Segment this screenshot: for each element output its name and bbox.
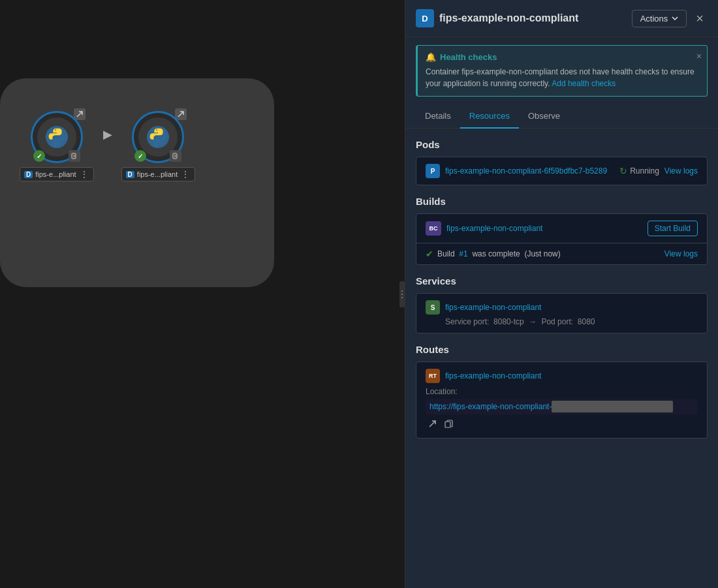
panel-resize-handle[interactable]	[399, 281, 405, 307]
route-url-redacted: ████████████████████	[552, 401, 673, 412]
service-port-value: 8080-tcp	[493, 317, 524, 326]
python-icon-2	[146, 125, 170, 149]
pod-view-logs-link[interactable]: View logs	[664, 166, 698, 176]
node-2-status-green: ✓	[134, 150, 146, 162]
pod-row-1: P fips-example-non-compliant-6f59bdfbc7-…	[416, 157, 707, 185]
node-1-kebab[interactable]: ⋮	[79, 169, 89, 179]
health-alert-close-button[interactable]: ×	[696, 51, 702, 61]
build-view-logs-link[interactable]: View logs	[664, 249, 698, 258]
start-build-button[interactable]: Start Build	[648, 221, 698, 236]
service-name-link[interactable]: fips-example-non-compliant	[445, 303, 541, 312]
python-icon-1	[44, 125, 69, 149]
route-copy-button[interactable]	[442, 418, 456, 431]
builds-card: BC fips-example-non-compliant Start Buil…	[416, 213, 708, 265]
pods-title: Pods	[416, 139, 708, 150]
node-2-kebab[interactable]: ⋮	[180, 169, 191, 179]
external-link-icon	[428, 420, 437, 428]
service-row-1: S fips-example-non-compliant Service por…	[416, 294, 707, 333]
bc-badge: BC	[426, 221, 441, 236]
tab-details[interactable]: Details	[416, 104, 460, 129]
panel-title: fips-example-non-compliant	[439, 12, 578, 24]
tab-observe[interactable]: Observe	[519, 104, 569, 129]
route-url-row: https://fips-example-non-compliant-█████…	[426, 399, 698, 414]
routes-card: RT fips-example-non-compliant Location: …	[416, 362, 708, 439]
pod-port-label: Pod port:	[541, 317, 573, 326]
node-2-label-text: fips-e...pliant	[137, 170, 178, 178]
node-1-label-text: fips-e...pliant	[35, 170, 76, 178]
bc-name-link[interactable]: fips-example-non-compliant	[446, 224, 642, 233]
node-2: ✓ D fips-e...pliant ⋮	[121, 111, 196, 181]
pods-card: P fips-example-non-compliant-6f59bdfbc7-…	[416, 157, 708, 185]
routes-title: Routes	[416, 344, 708, 355]
route-url-link[interactable]: https://fips-example-non-compliant-█████…	[426, 399, 698, 414]
route-name-link[interactable]: fips-example-non-compliant	[445, 371, 541, 380]
route-location-label: Location:	[426, 387, 698, 396]
build-result: was complete	[472, 249, 520, 258]
s-badge: S	[426, 300, 440, 315]
service-ports: Service port: 8080-tcp → Pod port: 8080	[426, 317, 698, 326]
bell-icon: 🔔	[426, 52, 436, 62]
build-status-text: Build #1 was complete (Just now)	[437, 249, 661, 258]
builds-header-row: BC fips-example-non-compliant Start Buil…	[416, 214, 707, 243]
health-alert-body: Container fips-example-non-compliant doe…	[426, 66, 699, 89]
panel-title-group: D fips-example-non-compliant	[416, 9, 578, 27]
node-group: ✓ D fips-e...pliant ⋮ ▶	[20, 111, 195, 181]
health-alert-title-text: Health checks	[440, 52, 497, 62]
topology-canvas: ✓ D fips-e...pliant ⋮ ▶	[0, 0, 405, 588]
close-button[interactable]: ×	[692, 10, 708, 26]
svg-rect-1	[72, 153, 76, 159]
route-external-link-button[interactable]	[426, 418, 439, 431]
pod-name-link[interactable]: fips-example-non-compliant-6f59bdfbc7-b5…	[445, 166, 614, 176]
drag-dot-2	[401, 294, 403, 295]
service-header: S fips-example-non-compliant	[426, 300, 698, 315]
route-url-visible: https://fips-example-non-compliant-	[429, 402, 552, 411]
node-2-external-link[interactable]	[175, 108, 187, 120]
detail-panel: D fips-example-non-compliant Actions × 🔔…	[405, 0, 718, 588]
panel-header-actions: Actions ×	[632, 10, 708, 27]
node-2-label[interactable]: D fips-e...pliant ⋮	[121, 167, 196, 181]
svg-rect-5	[173, 153, 177, 159]
health-checks-alert: 🔔 Health checks Container fips-example-n…	[416, 45, 708, 97]
services-card: S fips-example-non-compliant Service por…	[416, 293, 708, 333]
node-1-label[interactable]: D fips-e...pliant ⋮	[20, 167, 94, 181]
node-1-status-green: ✓	[33, 150, 45, 162]
route-action-buttons	[426, 418, 698, 431]
build-label: Build	[437, 249, 455, 258]
pod-status-text: Running	[630, 166, 659, 176]
routes-section: Routes RT fips-example-non-compliant Loc…	[416, 344, 708, 439]
service-port-label: Service port:	[445, 317, 489, 326]
arrow-right-icon: →	[529, 317, 537, 326]
panel-tabs: Details Resources Observe	[405, 104, 718, 129]
builds-section: Builds BC fips-example-non-compliant Sta…	[416, 196, 708, 265]
arrow-connector: ▶	[103, 127, 112, 142]
node-1-d-badge: D	[24, 171, 33, 178]
build-number-link[interactable]: #1	[459, 249, 467, 258]
services-section: Services S fips-example-non-compliant Se…	[416, 275, 708, 333]
panel-header: D fips-example-non-compliant Actions ×	[405, 0, 718, 37]
copy-icon	[445, 420, 453, 428]
pod-p-badge: P	[426, 164, 440, 178]
rt-badge: RT	[426, 369, 440, 383]
node-1: ✓ D fips-e...pliant ⋮	[20, 111, 94, 181]
pod-status: ↻ Running	[619, 166, 659, 176]
services-title: Services	[416, 275, 708, 286]
pod-port-value: 8080	[578, 317, 595, 326]
build-status-row: ✔ Build #1 was complete (Just now) View …	[416, 243, 707, 264]
svg-rect-8	[445, 422, 450, 427]
node-2-circle-container: ✓	[132, 111, 184, 163]
tab-resources[interactable]: Resources	[460, 104, 519, 129]
topology-background	[0, 78, 274, 287]
pods-section: Pods P fips-example-non-compliant-6f59bd…	[416, 139, 708, 185]
running-icon: ↻	[619, 166, 627, 176]
builds-title: Builds	[416, 196, 708, 207]
drag-dot-1	[401, 290, 403, 292]
drag-dot-3	[401, 297, 403, 298]
build-complete-icon: ✔	[426, 249, 433, 259]
node-1-circle-container: ✓	[31, 111, 83, 163]
panel-content: Pods P fips-example-non-compliant-6f59bd…	[405, 129, 718, 588]
route-header: RT fips-example-non-compliant	[426, 369, 698, 383]
add-health-checks-link[interactable]: Add health checks	[552, 79, 616, 88]
node-2-file-badge	[170, 150, 181, 162]
actions-button[interactable]: Actions	[632, 10, 687, 27]
health-alert-title: 🔔 Health checks	[426, 52, 699, 62]
